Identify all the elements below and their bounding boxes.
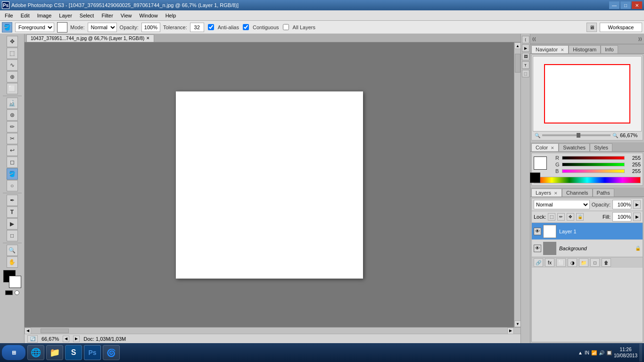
lock-all-btn[interactable]: 🔒 [576, 213, 584, 221]
taskbar-explorer[interactable]: 📁 [46, 345, 63, 360]
anti-alias-checkbox[interactable] [208, 24, 214, 30]
gradient-tool[interactable]: 🪣 [7, 168, 18, 180]
scroll-down-button[interactable]: ▼ [514, 321, 520, 327]
tab-info[interactable]: Info [601, 45, 618, 53]
add-mask-btn[interactable]: ⬜ [556, 258, 566, 267]
background-color[interactable] [9, 276, 21, 288]
swap-colors-icon[interactable] [15, 290, 19, 295]
zoom-tool[interactable]: 🔍 [7, 245, 18, 256]
menu-item-window[interactable]: Window [136, 12, 162, 19]
panel-strip-btn-3[interactable]: 🖼 [522, 53, 529, 60]
panel-strip-btn-2[interactable]: ▶ [522, 44, 529, 52]
scroll-left-button[interactable]: ◀ [25, 328, 31, 334]
new-layer-btn[interactable]: □ [590, 258, 600, 267]
opacity-arrow-btn[interactable]: ▶ [633, 200, 641, 209]
taskbar-skype[interactable]: S [65, 345, 82, 360]
minimize-button[interactable]: — [609, 1, 619, 9]
taskbar-clock[interactable]: 11:26 10/08/2013 [614, 346, 637, 359]
systray-action-center[interactable]: 🔲 [606, 350, 612, 355]
r-slider[interactable] [562, 156, 625, 160]
systray-up-icon[interactable]: ▲ [578, 350, 583, 355]
start-button[interactable]: ⊞ [2, 345, 25, 360]
background-visibility[interactable]: 👁 [534, 245, 541, 252]
all-layers-checkbox[interactable] [283, 24, 289, 30]
tab-swatches[interactable]: Swatches [559, 143, 590, 151]
document-tab-close[interactable]: ✕ [146, 36, 150, 41]
tab-layers-close[interactable]: ✕ [554, 191, 558, 196]
add-adjustment-btn[interactable]: ◑ [568, 258, 577, 267]
panel-strip-btn-4[interactable]: T [522, 61, 529, 69]
pen-tool[interactable]: ✒ [7, 195, 18, 206]
lock-move-btn[interactable]: ✥ [567, 213, 574, 221]
nav-zoom-out-icon[interactable]: 🔍 [535, 133, 540, 138]
scroll-right-button[interactable]: ▶ [507, 328, 514, 334]
foreground-dropdown[interactable]: Foreground [15, 23, 54, 32]
panel-menu-icon[interactable]: ⟩⟩ [638, 37, 642, 41]
eyedropper-tool[interactable]: 🔬 [7, 98, 18, 109]
b-slider[interactable] [562, 169, 625, 173]
systray-volume-icon[interactable]: 🔊 [599, 350, 604, 355]
dodge-tool[interactable]: ○ [7, 180, 18, 191]
color-fg-box[interactable] [534, 156, 547, 170]
tab-color[interactable]: Color ✕ [531, 143, 559, 151]
delete-layer-btn[interactable]: 🗑 [602, 258, 611, 267]
tab-histogram[interactable]: Histogram [569, 45, 601, 53]
canvas-view[interactable] [25, 42, 514, 327]
move-tool[interactable]: ✥ [7, 36, 18, 47]
tab-styles[interactable]: Styles [590, 143, 612, 151]
quick-select-tool[interactable]: ⊕ [7, 71, 18, 82]
vertical-scrollbar[interactable]: ▲ ▼ [514, 42, 520, 327]
scroll-thumb[interactable] [515, 54, 520, 73]
menu-item-select[interactable]: Select [76, 12, 98, 19]
tab-paths[interactable]: Paths [593, 189, 614, 197]
menu-item-help[interactable]: Help [162, 12, 180, 19]
foreground-color-box[interactable] [57, 22, 67, 33]
layers-fill-input[interactable] [612, 212, 631, 222]
shape-tool[interactable]: □ [7, 230, 18, 241]
systray-network-icon[interactable]: 📶 [591, 350, 597, 355]
tolerance-input[interactable] [190, 23, 204, 32]
menu-item-image[interactable]: Image [33, 12, 56, 19]
color-spectrum[interactable] [534, 177, 641, 183]
tab-navigator[interactable]: Navigator ✕ [531, 45, 569, 53]
g-slider[interactable] [562, 163, 625, 166]
menu-item-file[interactable]: File [1, 12, 17, 19]
show-desktop-btn[interactable] [639, 344, 642, 362]
add-link-btn[interactable]: 🔗 [534, 258, 543, 267]
brush-tool[interactable]: ✏ [7, 121, 18, 132]
tool-indicator[interactable]: 🔄 [27, 335, 38, 343]
path-select-tool[interactable]: ▶ [7, 218, 18, 230]
lock-transparent-btn[interactable]: ⬚ [548, 213, 555, 221]
fill-arrow-btn[interactable]: ▶ [633, 213, 641, 221]
history-brush-tool[interactable]: ↩ [7, 145, 18, 156]
taskbar-photoshop[interactable]: Ps [84, 345, 101, 360]
clone-stamp-tool[interactable]: ✂ [7, 133, 18, 144]
menu-item-edit[interactable]: Edit [17, 12, 33, 19]
taskbar-chrome[interactable]: 🌐 [27, 345, 44, 360]
panel-expand-icon[interactable]: ⟨⟨ [532, 37, 536, 41]
new-group-btn[interactable]: 📁 [579, 258, 588, 267]
hand-tool[interactable]: ✋ [7, 256, 18, 268]
taskbar-ie[interactable]: 🌀 [103, 345, 120, 360]
mode-dropdown[interactable]: Normal [88, 23, 117, 32]
layer1-visibility[interactable]: 👁 [534, 228, 541, 235]
tab-channels[interactable]: Channels [562, 189, 592, 197]
layers-opacity-input[interactable] [612, 200, 631, 209]
add-fx-btn[interactable]: fx [545, 258, 554, 267]
close-button[interactable]: ✕ [632, 1, 642, 9]
menu-item-filter[interactable]: Filter [98, 12, 116, 19]
document-tab[interactable]: 10437_376951...744_n.jpg @ 66,7% (Layer … [26, 34, 154, 42]
contiguous-checkbox[interactable] [243, 24, 249, 30]
crop-tool[interactable]: ⬜ [7, 83, 18, 94]
scroll-up-button[interactable]: ▲ [514, 42, 520, 49]
rect-select-tool[interactable]: ⬚ [7, 48, 18, 59]
color-bg-box[interactable] [530, 173, 540, 183]
horizontal-scrollbar[interactable]: ◀ ▶ [25, 327, 520, 334]
default-colors-icon[interactable] [5, 290, 13, 295]
panel-strip-btn-1[interactable]: ⟨ [522, 36, 529, 43]
lasso-tool[interactable]: ∿ [7, 59, 18, 71]
layer-item-layer1[interactable]: 👁 Layer 1 [532, 223, 643, 240]
zoom-slider[interactable] [542, 134, 611, 136]
eraser-tool[interactable]: ◻ [7, 156, 18, 168]
tab-layers[interactable]: Layers ✕ [531, 189, 562, 197]
